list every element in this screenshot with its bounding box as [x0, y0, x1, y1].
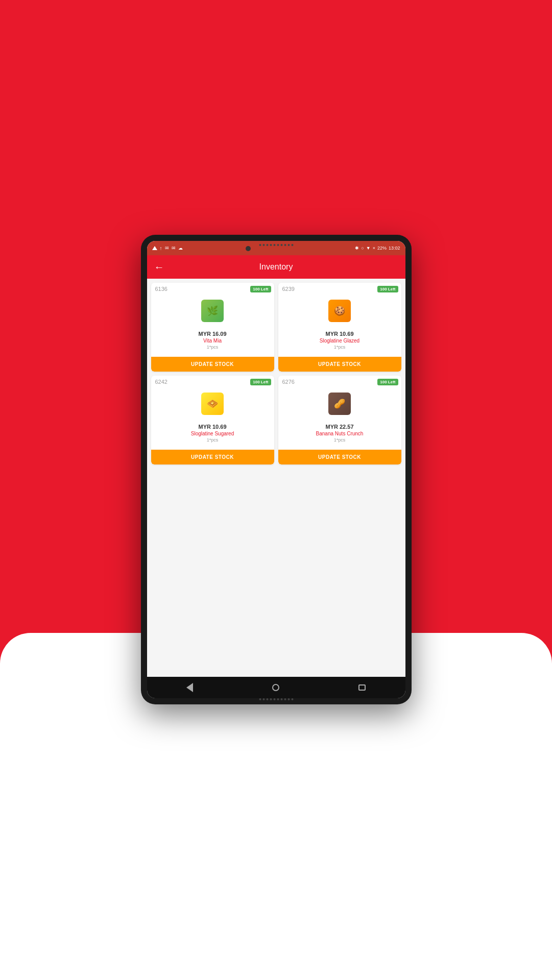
speaker-dots	[259, 244, 293, 246]
product-img-placeholder-4: 🥜	[326, 390, 353, 417]
product-grid: 100 Left 6136 🌿 MYR 16.09 Vita Mia 1*pcs	[151, 283, 401, 464]
product-image-2: 🍪	[278, 293, 401, 329]
back-button[interactable]: ←	[154, 261, 164, 273]
status-bar: ↑ ✉ ✉ ☁ ✱ ○ ▼ × 22% 13:02	[147, 241, 405, 255]
pkg-icon-2: 🍪	[328, 300, 351, 322]
product-price-2: MYR 10.69	[282, 331, 397, 337]
product-info-1: MYR 16.09 Vita Mia 1*pcs	[151, 329, 274, 357]
product-unit-3: 1*pcs	[155, 437, 270, 443]
mail-icon: ✉	[165, 246, 169, 251]
pkg-icon-1: 🌿	[201, 300, 224, 322]
battery-label: 22%	[377, 246, 387, 251]
product-card-4: 100 Left 6276 🥜 MYR 22.57 Banana Nuts Cr…	[278, 376, 401, 464]
update-stock-btn-1[interactable]: UPDATE STOCK	[151, 357, 274, 372]
nav-back-button[interactable]	[182, 680, 198, 695]
nav-home-button[interactable]	[268, 680, 283, 695]
product-unit-1: 1*pcs	[155, 345, 270, 350]
bottom-speaker-dots	[259, 698, 293, 700]
bottom-nav	[147, 677, 405, 698]
product-card-2: 100 Left 6239 🍪 MYR 10.69 Sloglatine Gla…	[278, 283, 401, 372]
product-price-4: MYR 22.57	[282, 424, 397, 430]
pkg-icon-4: 🥜	[328, 393, 351, 415]
product-name-4: Banana Nuts Crunch	[282, 431, 397, 436]
status-left-icons: ↑ ✉ ✉ ☁	[152, 246, 183, 251]
pkg-icon-3: 🧇	[201, 393, 224, 415]
front-camera	[246, 246, 251, 251]
status-right-info: ✱ ○ ▼ × 22% 13:02	[355, 246, 400, 251]
cloud-icon: ☁	[178, 246, 183, 251]
home-nav-icon	[272, 684, 279, 691]
update-stock-btn-3[interactable]: UPDATE STOCK	[151, 450, 274, 464]
app-bar: ← Inventory	[147, 255, 405, 279]
product-name-1: Vita Mia	[155, 338, 270, 344]
update-stock-btn-2[interactable]: UPDATE STOCK	[278, 357, 401, 372]
product-image-1: 🌿	[151, 293, 274, 329]
product-image-4: 🥜	[278, 386, 401, 422]
stock-badge-2: 100 Left	[377, 286, 398, 292]
update-stock-btn-4[interactable]: UPDATE STOCK	[278, 450, 401, 464]
product-card-1: 100 Left 6136 🌿 MYR 16.09 Vita Mia 1*pcs	[151, 283, 274, 372]
product-card-3: 100 Left 6242 🧇 MYR 10.69 Sloglatine Sug…	[151, 376, 274, 464]
screen: ↑ ✉ ✉ ☁ ✱ ○ ▼ × 22% 13:02 ← Inventory	[147, 241, 405, 698]
tablet-shell: ↑ ✉ ✉ ☁ ✱ ○ ▼ × 22% 13:02 ← Inventory	[141, 235, 412, 704]
wifi-icon: ▼	[366, 246, 371, 251]
content-area: 100 Left 6136 🌿 MYR 16.09 Vita Mia 1*pcs	[147, 279, 405, 677]
stock-badge-4: 100 Left	[377, 379, 398, 385]
product-unit-4: 1*pcs	[282, 437, 397, 443]
mail2-icon: ✉	[172, 246, 176, 251]
stock-badge-3: 100 Left	[250, 379, 271, 385]
product-info-4: MYR 22.57 Banana Nuts Crunch 1*pcs	[278, 422, 401, 450]
product-info-2: MYR 10.69 Sloglatine Glazed 1*pcs	[278, 329, 401, 357]
time-label: 13:02	[389, 246, 400, 251]
product-image-3: 🧇	[151, 386, 274, 422]
nav-recents-button[interactable]	[354, 680, 370, 695]
product-name-2: Sloglatine Glazed	[282, 338, 397, 344]
bluetooth-icon: ✱	[355, 246, 359, 251]
signal-icon: ×	[373, 246, 375, 251]
back-nav-icon	[186, 683, 193, 692]
upload-icon: ↑	[160, 246, 162, 251]
page-title: Inventory	[170, 262, 383, 272]
recents-nav-icon	[358, 684, 366, 691]
product-name-3: Sloglatine Sugared	[155, 431, 270, 436]
stock-badge-1: 100 Left	[250, 286, 271, 292]
product-price-3: MYR 10.69	[155, 424, 270, 430]
product-img-placeholder-3: 🧇	[199, 390, 226, 417]
product-info-3: MYR 10.69 Sloglatine Sugared 1*pcs	[151, 422, 274, 450]
product-unit-2: 1*pcs	[282, 345, 397, 350]
alert-icon	[152, 246, 157, 250]
product-price-1: MYR 16.09	[155, 331, 270, 337]
circle-icon: ○	[361, 246, 364, 251]
product-img-placeholder-2: 🍪	[326, 298, 353, 324]
product-img-placeholder-1: 🌿	[199, 298, 226, 324]
